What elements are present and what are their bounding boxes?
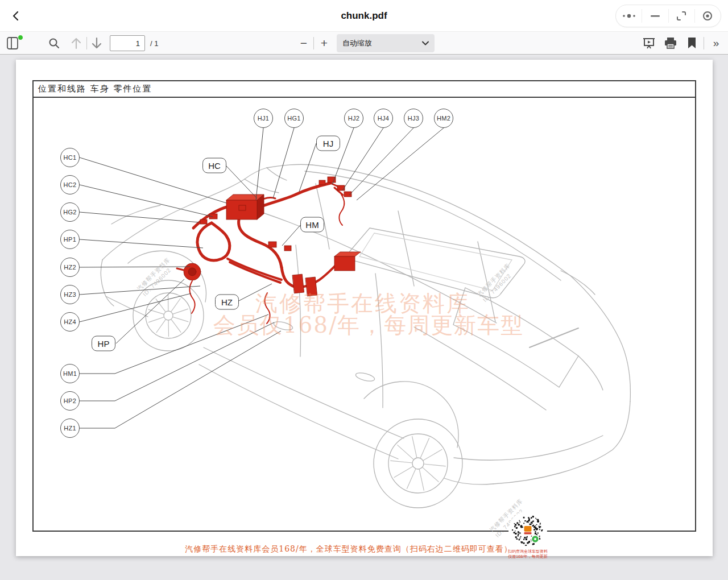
callout-HJ4: HJ4 xyxy=(374,109,393,128)
callout-HZ2: HZ2 xyxy=(60,258,80,277)
window-titlebar: chunk.pdf xyxy=(0,0,728,32)
presentation-mode-button[interactable] xyxy=(642,32,656,55)
print-button[interactable] xyxy=(663,32,678,55)
toolbar-divider xyxy=(704,37,704,49)
leader-line xyxy=(80,185,213,217)
zoom-select[interactable]: 自动缩放 xyxy=(337,34,435,52)
maximize-button[interactable] xyxy=(669,5,694,27)
center-watermark-line2: 会员仅168/年，每周更新车型 xyxy=(213,310,524,341)
callout-HG2: HG2 xyxy=(60,202,80,222)
callout-HP1: HP1 xyxy=(60,230,80,249)
page-total-label: / 1 xyxy=(150,32,158,55)
toolbar-divider xyxy=(313,37,314,49)
callout-HZ: HZ xyxy=(215,295,239,310)
search-button[interactable] xyxy=(47,32,61,55)
more-dots-icon xyxy=(622,13,636,19)
maximize-icon xyxy=(676,11,686,21)
notification-dot xyxy=(18,35,23,40)
callout-HM2: HM2 xyxy=(434,109,453,128)
callout-HJ2: HJ2 xyxy=(344,109,363,128)
callout-HJ1: HJ1 xyxy=(254,109,273,128)
arrow-down-icon xyxy=(92,37,102,49)
leader-line xyxy=(80,239,203,248)
more-menu-button[interactable] xyxy=(616,5,642,27)
callout-HP: HP xyxy=(92,336,115,351)
leader-line xyxy=(357,128,444,200)
previous-page-button[interactable] xyxy=(69,32,84,55)
pdf-page: 位置和线路 车身 零件位置 xyxy=(16,60,713,556)
callout-HJ3: HJ3 xyxy=(404,109,423,128)
leader-line xyxy=(256,128,263,200)
search-icon xyxy=(48,38,60,49)
zoom-out-button[interactable]: − xyxy=(296,32,312,55)
qr-caption-line1: 扫码查询全球车型资料 xyxy=(508,549,548,554)
page-number-input[interactable] xyxy=(110,35,145,51)
print-icon xyxy=(664,37,677,49)
toolbar-divider xyxy=(86,37,87,49)
callout-HZ1: HZ1 xyxy=(60,419,80,438)
leader-line xyxy=(226,166,257,198)
callout-HG1: HG1 xyxy=(284,109,304,128)
callout-HC1: HC1 xyxy=(60,148,80,167)
pdf-viewer-area[interactable]: 位置和线路 车身 零件位置 xyxy=(0,55,728,580)
chevron-down-icon xyxy=(422,41,429,45)
record-icon xyxy=(702,11,713,21)
sidebar-toggle-button[interactable] xyxy=(5,32,22,55)
leader-line xyxy=(80,212,199,222)
pdf-toolbar: / 1 − + 自动缩放 » xyxy=(0,32,728,55)
minimize-button[interactable] xyxy=(642,5,668,27)
record-button[interactable] xyxy=(695,5,721,27)
callout-HJ: HJ xyxy=(316,136,340,151)
minimize-icon xyxy=(651,15,660,17)
leader-line xyxy=(273,128,294,198)
zoom-select-label: 自动缩放 xyxy=(342,38,422,48)
leader-line xyxy=(115,331,281,428)
zoom-in-button[interactable]: + xyxy=(316,32,332,55)
next-page-button[interactable] xyxy=(89,32,104,55)
leader-line xyxy=(282,225,300,246)
presentation-icon xyxy=(643,37,655,49)
callout-HC: HC xyxy=(202,158,226,173)
callout-HP2: HP2 xyxy=(60,391,80,411)
qr-code xyxy=(508,511,547,550)
callout-HM: HM xyxy=(300,217,324,233)
callout-HZ3: HZ3 xyxy=(60,285,80,304)
callout-HM1: HM1 xyxy=(60,364,80,383)
more-tools-button[interactable]: » xyxy=(708,32,724,55)
window-controls xyxy=(615,5,721,27)
arrow-up-icon xyxy=(71,37,81,49)
bookmark-button[interactable] xyxy=(685,32,698,55)
qr-caption-line2: 仅需168/年，每周更新 xyxy=(508,554,548,559)
callout-HZ4: HZ4 xyxy=(60,312,80,332)
leader-line xyxy=(299,143,316,192)
bookmark-icon xyxy=(688,38,696,49)
callout-HC2: HC2 xyxy=(60,175,80,194)
